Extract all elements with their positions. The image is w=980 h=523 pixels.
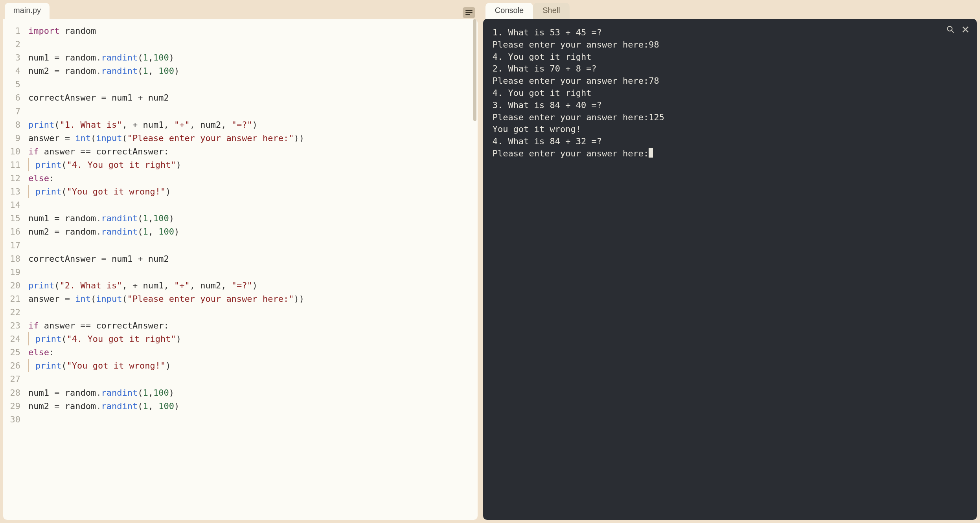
code-line[interactable]: if answer == correctAnswer:	[28, 319, 478, 332]
code-line[interactable]: print("1. What is", + num1, "+", num2, "…	[28, 118, 478, 132]
editor-pane: main.py 12345678910111213141516171819202…	[3, 3, 478, 520]
line-number: 28	[3, 386, 20, 400]
code-line[interactable]: correctAnswer = num1 + num2	[28, 91, 478, 105]
line-number: 25	[3, 346, 20, 359]
line-number: 12	[3, 172, 20, 185]
code-line[interactable]: print("4. You got it right")	[28, 332, 478, 346]
code-line[interactable]: import random	[28, 24, 478, 38]
code-line[interactable]: answer = int(input("Please enter your an…	[28, 132, 478, 145]
code-line[interactable]: ​	[28, 373, 478, 386]
console-output: 1. What is 53 + 45 =?Please enter your a…	[493, 27, 967, 160]
code-line[interactable]: num2 = random.randint(1, 100)	[28, 400, 478, 413]
line-number: 23	[3, 319, 20, 332]
line-number-gutter: 1234567891011121314151617181920212223242…	[3, 19, 24, 520]
code-line[interactable]: num2 = random.randint(1, 100)	[28, 225, 478, 239]
code-line[interactable]: else:	[28, 346, 478, 359]
svg-line-4	[952, 31, 954, 33]
search-icon	[947, 26, 954, 33]
console-line: You got it wrong!	[493, 123, 967, 136]
console-line: 3. What is 84 + 40 =?	[493, 99, 967, 112]
wrap-text-button[interactable]	[463, 7, 475, 18]
console-toolbar	[946, 25, 970, 34]
line-number: 18	[3, 252, 20, 266]
code-line[interactable]: print("You got it wrong!")	[28, 185, 478, 198]
code-line[interactable]: num1 = random.randint(1,100)	[28, 386, 478, 400]
console-cursor	[649, 148, 653, 158]
output-pane: Console Shell 1. What is 53 + 45	[483, 3, 977, 520]
code-line[interactable]: ​	[28, 306, 478, 319]
line-number: 16	[3, 225, 20, 239]
code-line[interactable]: if answer == correctAnswer:	[28, 145, 478, 158]
code-line[interactable]: num1 = random.randint(1,100)	[28, 51, 478, 64]
editor-tab-mainpy[interactable]: main.py	[5, 3, 50, 19]
search-console-button[interactable]	[946, 25, 955, 34]
line-number: 17	[3, 239, 20, 252]
code-line[interactable]: else:	[28, 172, 478, 185]
line-number: 20	[3, 279, 20, 292]
close-icon	[962, 26, 969, 33]
code-line[interactable]: ​	[28, 105, 478, 118]
console-line: Please enter your answer here:98	[493, 39, 967, 51]
console-line: 4. You got it right	[493, 87, 967, 99]
line-number: 5	[3, 78, 20, 91]
code-line[interactable]: print("2. What is", + num1, "+", num2, "…	[28, 279, 478, 292]
line-number: 13	[3, 185, 20, 198]
tab-console[interactable]: Console	[485, 3, 533, 19]
console-line: Please enter your answer here:78	[493, 75, 967, 87]
console-line: 4. What is 84 + 32 =?	[493, 136, 967, 148]
console-line: 2. What is 70 + 8 =?	[493, 63, 967, 75]
right-tabbar: Console Shell	[485, 3, 977, 19]
line-number: 15	[3, 212, 20, 225]
line-number: 29	[3, 400, 20, 413]
code-line[interactable]: ​	[28, 198, 478, 212]
tab-shell[interactable]: Shell	[533, 3, 569, 19]
code-content[interactable]: import random​num1 = random.randint(1,10…	[24, 19, 478, 520]
console-line: Please enter your answer here:	[493, 148, 967, 160]
line-number: 6	[3, 91, 20, 105]
line-number: 27	[3, 373, 20, 386]
line-number: 22	[3, 306, 20, 319]
line-number: 14	[3, 198, 20, 212]
line-number: 4	[3, 64, 20, 78]
code-line[interactable]: answer = int(input("Please enter your an…	[28, 292, 478, 306]
code-line[interactable]: num2 = random.randint(1, 100)	[28, 64, 478, 78]
line-number: 9	[3, 132, 20, 145]
console-line: Please enter your answer here:125	[493, 112, 967, 124]
line-number: 2	[3, 38, 20, 51]
console-line: 1. What is 53 + 45 =?	[493, 27, 967, 39]
editor-tabbar: main.py	[3, 3, 478, 19]
code-line[interactable]: num1 = random.randint(1,100)	[28, 212, 478, 225]
code-line[interactable]: ​	[28, 38, 478, 51]
line-number: 11	[3, 158, 20, 172]
line-number: 8	[3, 118, 20, 132]
clear-console-button[interactable]	[961, 25, 970, 34]
line-number: 26	[3, 359, 20, 373]
line-number: 30	[3, 413, 20, 426]
code-line[interactable]: ​	[28, 78, 478, 91]
line-number: 10	[3, 145, 20, 158]
code-line[interactable]: ​	[28, 239, 478, 252]
console-line: 4. You got it right	[493, 51, 967, 63]
line-number: 3	[3, 51, 20, 64]
code-line[interactable]: print("You got it wrong!")	[28, 359, 478, 373]
line-number: 19	[3, 266, 20, 279]
wrap-text-icon	[465, 10, 473, 15]
line-number: 1	[3, 24, 20, 38]
console[interactable]: 1. What is 53 + 45 =?Please enter your a…	[483, 19, 977, 520]
code-line[interactable]: correctAnswer = num1 + num2	[28, 252, 478, 266]
line-number: 21	[3, 292, 20, 306]
editor-scrollbar-thumb[interactable]	[473, 19, 476, 121]
svg-point-3	[947, 26, 952, 31]
line-number: 24	[3, 332, 20, 346]
code-line[interactable]: print("4. You got it right")	[28, 158, 478, 172]
code-line[interactable]: ​	[28, 413, 478, 426]
line-number: 7	[3, 105, 20, 118]
code-line[interactable]: ​	[28, 266, 478, 279]
code-editor[interactable]: 1234567891011121314151617181920212223242…	[3, 19, 478, 520]
